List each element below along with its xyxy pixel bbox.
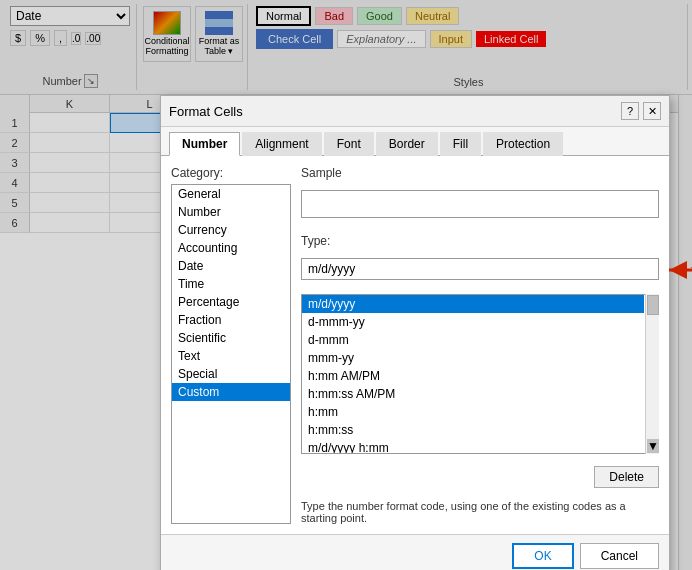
list-item[interactable]: Number (172, 203, 290, 221)
list-item[interactable]: h:mm:ss (302, 421, 644, 439)
list-item[interactable]: Fraction (172, 311, 290, 329)
list-item[interactable]: h:mm (302, 403, 644, 421)
dialog-tabs: Number Alignment Font Border Fill Protec… (161, 127, 669, 156)
category-list[interactable]: General Number Currency Accounting Date … (171, 184, 291, 524)
type-input-container: ← (301, 258, 659, 280)
dialog-body: Category: General Number Currency Accoun… (161, 156, 669, 534)
list-item[interactable]: Accounting (172, 239, 290, 257)
sample-label: Sample (301, 166, 659, 180)
dialog-title: Format Cells (169, 104, 243, 119)
delete-button[interactable]: Delete (594, 466, 659, 488)
list-item[interactable]: mmm-yy (302, 349, 644, 367)
list-item[interactable]: d-mmm-yy (302, 313, 644, 331)
delete-btn-container: Delete (301, 466, 659, 488)
type-label: Type: (301, 234, 659, 248)
format-list-scrollbar[interactable]: ▼ (645, 294, 659, 454)
type-input[interactable] (301, 258, 659, 280)
list-item[interactable]: h:mm:ss AM/PM (302, 385, 644, 403)
hint-text: Type the number format code, using one o… (301, 500, 659, 524)
list-item[interactable]: Currency (172, 221, 290, 239)
format-cells-dialog: Format Cells ? ✕ Number Alignment Font B… (160, 95, 670, 570)
scrollbar-track (646, 316, 659, 438)
list-item[interactable]: d-mmm (302, 331, 644, 349)
list-item[interactable]: Percentage (172, 293, 290, 311)
dialog-footer: OK Cancel (161, 534, 669, 570)
tab-alignment[interactable]: Alignment (242, 132, 321, 156)
list-item[interactable]: Time (172, 275, 290, 293)
category-section: Category: General Number Currency Accoun… (171, 166, 291, 524)
tab-number[interactable]: Number (169, 132, 240, 156)
cancel-button[interactable]: Cancel (580, 543, 659, 569)
dialog-close-button[interactable]: ✕ (643, 102, 661, 120)
scrollbar-thumb (647, 295, 659, 315)
list-item[interactable]: Special (172, 365, 290, 383)
tab-protection[interactable]: Protection (483, 132, 563, 156)
list-item[interactable]: h:mm AM/PM (302, 367, 644, 385)
red-arrow-icon (663, 256, 692, 284)
scrollbar-down[interactable]: ▼ (647, 439, 659, 453)
format-section: Sample Type: ← m/d/yyyy (301, 166, 659, 524)
dialog-window-controls: ? ✕ (621, 102, 661, 120)
format-list[interactable]: m/d/yyyy d-mmm-yy d-mmm mmm-yy h:mm AM/P… (301, 294, 659, 454)
list-item[interactable]: Date (172, 257, 290, 275)
ok-button[interactable]: OK (512, 543, 573, 569)
tab-font[interactable]: Font (324, 132, 374, 156)
tab-fill[interactable]: Fill (440, 132, 481, 156)
category-label: Category: (171, 166, 291, 180)
list-item[interactable]: m/d/yyyy (302, 295, 644, 313)
format-list-wrapper: m/d/yyyy d-mmm-yy d-mmm mmm-yy h:mm AM/P… (301, 294, 659, 454)
list-item-custom[interactable]: Custom (172, 383, 290, 401)
sample-box (301, 190, 659, 218)
dialog-title-bar: Format Cells ? ✕ (161, 96, 669, 127)
list-item[interactable]: General (172, 185, 290, 203)
dialog-help-button[interactable]: ? (621, 102, 639, 120)
list-item[interactable]: m/d/yyyy h:mm (302, 439, 644, 454)
list-item[interactable]: Scientific (172, 329, 290, 347)
list-item[interactable]: Text (172, 347, 290, 365)
tab-border[interactable]: Border (376, 132, 438, 156)
